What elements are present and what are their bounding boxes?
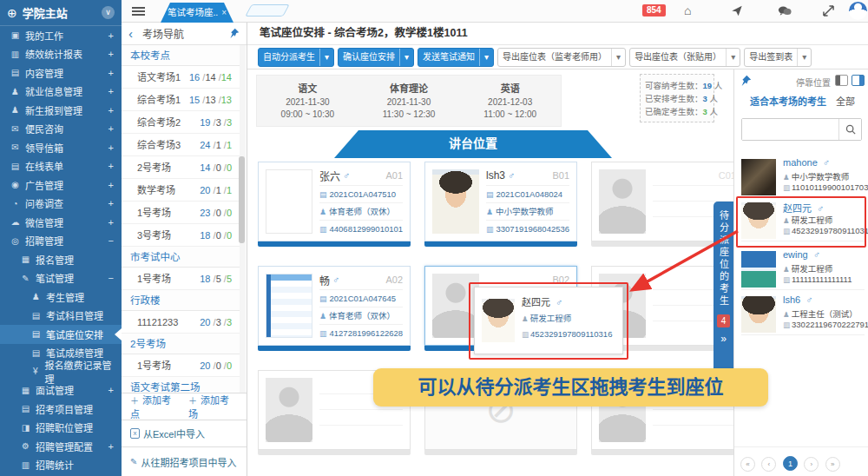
tab-suitable-candidates[interactable]: 适合本考场的考生 bbox=[750, 94, 826, 108]
sidebar-item-signup-mgmt[interactable]: ▦报名管理 bbox=[0, 250, 122, 269]
sidebar-item-ad-mgmt[interactable]: ◉广告管理+ bbox=[0, 175, 122, 195]
sidebar-item-freshman-register[interactable]: ♟新生报到管理+ bbox=[0, 101, 122, 120]
room-item[interactable]: 111212332033 bbox=[122, 311, 240, 334]
sidebar-item-leader-mailbox[interactable]: ✉领导信箱+ bbox=[0, 138, 122, 157]
expand-icon[interactable]: + bbox=[108, 180, 114, 190]
expand-icon[interactable]: + bbox=[108, 86, 114, 96]
room-item[interactable]: 2号考场1400 bbox=[122, 156, 240, 179]
room-item[interactable]: 3号考场1800 bbox=[122, 224, 240, 247]
dropdown-caret-icon[interactable]: ▾ bbox=[797, 49, 811, 66]
user-avatar[interactable] bbox=[849, 2, 867, 20]
site-section-local[interactable]: 本校考点 bbox=[122, 45, 240, 66]
seat-A01[interactable]: 张六♂A01 ▤2021C01A047510 ♟体育老师（双休） ▥440681… bbox=[258, 162, 411, 241]
sidebar-header[interactable]: ⊕ 学院主站 ∨ bbox=[0, 0, 122, 26]
nav-scrollbar[interactable] bbox=[240, 45, 246, 393]
collapse-minus-icon[interactable]: − bbox=[108, 235, 114, 246]
room-item[interactable]: 1号考场1855 bbox=[122, 268, 240, 290]
expand-icon[interactable]: + bbox=[108, 49, 114, 59]
room-item[interactable]: 综合考场32411 bbox=[122, 134, 240, 156]
sidebar-item-performance-report[interactable]: ▥绩效统计报表+ bbox=[0, 45, 122, 64]
nav-scrollbar-thumb[interactable] bbox=[239, 156, 245, 243]
dropdown-caret-icon[interactable]: ▾ bbox=[726, 49, 740, 66]
pin-icon[interactable] bbox=[740, 74, 752, 89]
expand-icon[interactable]: + bbox=[108, 385, 114, 395]
sidebar-item-my-work[interactable]: ▣我的工作+ bbox=[0, 26, 122, 45]
drag-preview-card[interactable]: 赵四元 ♂ ♟研发工程师 ▥452329197809110316 bbox=[474, 287, 623, 354]
collapse-minus-icon[interactable]: − bbox=[108, 273, 114, 283]
dropdown-caret-icon[interactable]: ▾ bbox=[399, 49, 413, 66]
room-item[interactable]: 1号考场2000 bbox=[122, 354, 240, 377]
sidebar-item-recruit-config[interactable]: ⚙招聘管理配置+ bbox=[0, 437, 122, 456]
seat-A02[interactable]: 畅♂A02 ▤2021C01A047645 ♟体育老师（双休） ▥4127281… bbox=[258, 266, 411, 346]
sidebar-item-employment-info[interactable]: ♟就业信息管理+ bbox=[0, 83, 122, 102]
waiting-candidates-tab[interactable]: 待分派座位的考生 4 » bbox=[713, 202, 733, 380]
candidate-zhaosiyuan[interactable]: 赵四元 ♂ ♟研发工程师 ▥452329197809110316 bbox=[741, 200, 865, 241]
room-item[interactable]: 数学考场2011 bbox=[122, 179, 240, 202]
collapse-chevron-icon[interactable]: ∨ bbox=[102, 6, 115, 19]
page-1-button[interactable]: 1 bbox=[783, 456, 798, 471]
expand-icon[interactable]: + bbox=[108, 123, 114, 134]
dropdown-caret-icon[interactable]: ▾ bbox=[479, 49, 493, 66]
next-page-button[interactable]: › bbox=[804, 457, 819, 472]
sidebar-item-recruit-project[interactable]: ▤招考项目管理 bbox=[0, 400, 122, 419]
last-page-button[interactable]: » bbox=[825, 457, 840, 472]
sidebar-item-recruitment-mgmt[interactable]: ◎招聘管理− bbox=[0, 232, 122, 251]
sidebar-item-content-mgmt[interactable]: ▤内容管理+ bbox=[0, 63, 122, 83]
fullscreen-icon[interactable] bbox=[823, 5, 834, 19]
sidebar-item-written-exam-mgmt[interactable]: ✎笔试管理− bbox=[0, 269, 122, 288]
import-history-button[interactable]: ✎ 从往期招考项目中导入 bbox=[122, 446, 247, 476]
search-input[interactable] bbox=[742, 119, 838, 140]
expand-icon[interactable]: + bbox=[108, 68, 114, 78]
paper-plane-icon[interactable] bbox=[731, 5, 743, 19]
sidebar-item-recruit-statistics[interactable]: ▥招聘统计 bbox=[0, 456, 122, 475]
home-icon[interactable]: ⌂ bbox=[684, 3, 691, 17]
expand-icon[interactable]: + bbox=[108, 105, 114, 116]
notification-badge[interactable]: 854 bbox=[642, 4, 666, 17]
auto-assign-button[interactable]: 自动分派考生▾ bbox=[258, 48, 334, 67]
menu-hamburger-icon[interactable] bbox=[132, 7, 145, 9]
sidebar-item-questionnaire[interactable]: ◔问卷调查+ bbox=[0, 195, 122, 214]
pin-icon[interactable] bbox=[229, 26, 240, 42]
first-page-button[interactable]: « bbox=[740, 457, 755, 472]
candidate-ewing[interactable]: ewing ♂ ♟研发工程师 ▥111111111111111 bbox=[741, 248, 865, 290]
room-item[interactable]: 1号考场2300 bbox=[122, 202, 240, 224]
site-section-admin-building[interactable]: 行政楼 bbox=[122, 290, 240, 311]
confirm-seat-button[interactable]: 确认座位安排▾ bbox=[338, 48, 414, 67]
collapse-chevron-icon[interactable]: » bbox=[720, 333, 727, 345]
sidebar-item-public-consult[interactable]: ✉便民咨询+ bbox=[0, 120, 122, 139]
send-notice-button[interactable]: 发送笔试通知▾ bbox=[418, 48, 494, 67]
add-site-button[interactable]: ＋添加考点 bbox=[130, 393, 180, 420]
chat-icon[interactable] bbox=[778, 5, 792, 19]
expand-icon[interactable]: + bbox=[108, 30, 114, 41]
expand-icon[interactable]: + bbox=[108, 142, 114, 153]
sidebar-item-online-form[interactable]: ▤在线表单+ bbox=[0, 157, 122, 176]
room-item-current[interactable]: 综合考场21933 bbox=[122, 111, 240, 134]
tab-written-exam-room[interactable]: 笔试考场座..× bbox=[161, 3, 233, 23]
sidebar-item-exam-subject-mgmt[interactable]: ▤考试科目管理 bbox=[0, 307, 122, 326]
search-button[interactable] bbox=[838, 119, 861, 140]
dropdown-caret-icon[interactable]: ▾ bbox=[611, 49, 625, 66]
expand-icon[interactable]: + bbox=[108, 441, 114, 452]
site-section-chinese-second[interactable]: 语文考试第二场 bbox=[122, 377, 240, 393]
dock-right-icon[interactable] bbox=[852, 75, 865, 86]
room-item[interactable]: 综合考场1151313 bbox=[122, 89, 240, 111]
sidebar-item-seat-arrangement[interactable]: ▤笔试座位安排 bbox=[0, 325, 122, 344]
add-room-button[interactable]: ＋添加考场 bbox=[188, 393, 238, 420]
tab-all-candidates[interactable]: 全部 bbox=[836, 94, 855, 108]
sidebar-item-payment-record[interactable]: ¥报名缴费记录管理 bbox=[0, 362, 122, 381]
export-seat-invigilator-button[interactable]: 导出座位表（监考老师用）▾ bbox=[497, 48, 626, 67]
close-tab-icon[interactable]: × bbox=[221, 8, 227, 17]
expand-icon[interactable]: + bbox=[108, 161, 114, 171]
export-signin-button[interactable]: 导出签到表▾ bbox=[744, 48, 812, 67]
candidate-mahone[interactable]: mahone ♂ ♟中小学数学教师 ▥110101199001017030 bbox=[741, 156, 865, 198]
import-excel-button[interactable]: x 从Excel中导入 bbox=[122, 420, 247, 446]
dropdown-caret-icon[interactable]: ▾ bbox=[319, 49, 333, 66]
expand-icon[interactable]: + bbox=[108, 198, 114, 208]
room-item[interactable]: 语文考场1161414 bbox=[122, 66, 240, 89]
prev-page-button[interactable]: ‹ bbox=[761, 457, 776, 472]
expand-icon[interactable]: + bbox=[108, 217, 114, 228]
site-section-city-center[interactable]: 市考试中心 bbox=[122, 247, 240, 268]
collapse-back-icon[interactable]: ‹ bbox=[128, 26, 142, 41]
sidebar-item-recruit-position[interactable]: ◨招聘职位管理 bbox=[0, 419, 122, 438]
site-section-room2[interactable]: 2号考场 bbox=[122, 334, 240, 354]
